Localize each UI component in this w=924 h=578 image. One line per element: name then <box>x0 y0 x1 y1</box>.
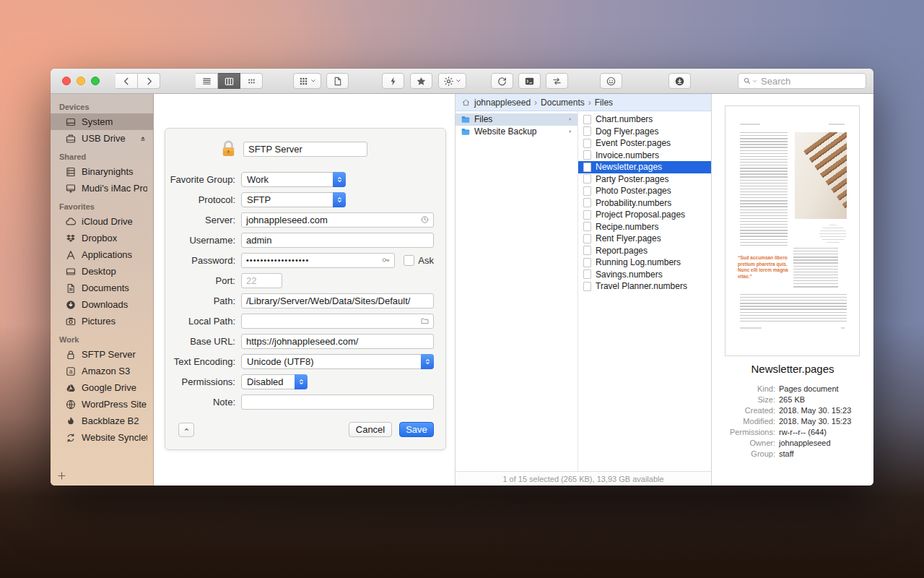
file-row[interactable]: Travel Planner.numbers <box>578 280 711 293</box>
add-favorite-button[interactable] <box>56 469 69 482</box>
sidebar-item[interactable]: Downloads <box>51 296 153 313</box>
file-row[interactable]: Savings.numbers <box>578 269 711 281</box>
file-row[interactable]: Report.pages <box>578 245 711 257</box>
collapse-button[interactable] <box>178 423 194 437</box>
file-manager-window: Devices SystemUSB Drive Shared Binarynig… <box>51 69 873 486</box>
sidebar-item[interactable]: WordPress Site <box>51 396 153 413</box>
sidebar-item[interactable]: Mudi's iMac Pro <box>51 180 153 197</box>
key-icon[interactable] <box>381 256 391 265</box>
home-icon[interactable] <box>461 98 471 107</box>
sidebar-item[interactable]: Amazon S3 <box>51 363 153 379</box>
favorite-group-select[interactable]: Work <box>241 172 346 187</box>
sidebar-item[interactable]: Backblaze B2 <box>51 413 153 429</box>
grid-menu-button[interactable] <box>293 73 321 89</box>
username-input[interactable] <box>241 233 434 248</box>
field-label: Password: <box>165 255 235 266</box>
transfer-arrows-button[interactable] <box>546 73 568 89</box>
folder-icon[interactable] <box>420 316 430 326</box>
file-row[interactable]: Project Proposal.pages <box>578 209 711 221</box>
breadcrumb-item[interactable]: johnappleseed <box>474 98 541 108</box>
file-icon <box>583 174 591 184</box>
port-input[interactable] <box>241 273 282 288</box>
eject-icon[interactable] <box>139 134 147 143</box>
file-icon <box>583 258 591 267</box>
quick-connect-bolt-icon <box>388 76 398 87</box>
sidebar-item[interactable]: iCloud Drive <box>51 213 153 230</box>
grid-menu-icon <box>298 76 309 87</box>
sidebar-item[interactable]: Desktop <box>51 263 153 280</box>
folder-row[interactable]: Website Backup <box>456 126 578 138</box>
back-chevron-button[interactable] <box>116 73 138 89</box>
metadata-value: johnappleseed <box>779 438 831 449</box>
folder-row[interactable]: Files <box>456 113 578 126</box>
sidebar-item-label: Downloads <box>82 299 128 310</box>
search-input[interactable] <box>759 75 861 87</box>
base-url-input[interactable] <box>241 334 434 349</box>
metadata-label: Kind: <box>712 384 775 394</box>
file-name: Travel Planner.numbers <box>596 281 707 291</box>
note-input[interactable] <box>241 394 434 410</box>
history-clock-icon[interactable] <box>420 215 430 225</box>
favorites-star-button[interactable] <box>410 73 432 89</box>
preview-pull-quote: “Sud accumsan libero pretium pharetra qu… <box>738 255 788 280</box>
file-row[interactable]: Recipe.numbers <box>578 221 711 233</box>
forward-chevron-button[interactable] <box>138 73 160 89</box>
text-encoding-select[interactable]: Unicode (UTF8) <box>241 354 434 369</box>
breadcrumb-item[interactable]: Documents <box>541 98 595 108</box>
quick-connect-bolt-button[interactable] <box>382 73 404 89</box>
file-row[interactable]: Dog Flyer.pages <box>578 126 711 138</box>
server-input[interactable] <box>241 212 434 228</box>
preview-photo <box>795 132 847 219</box>
file-row[interactable]: Invoice.numbers <box>578 150 711 162</box>
sidebar-item[interactable]: SFTP Server <box>51 346 153 363</box>
sidebar-item[interactable]: Applications <box>51 246 153 263</box>
sidebar-item[interactable]: Binarynights <box>51 163 153 180</box>
password-input[interactable] <box>241 253 395 268</box>
permissions-select[interactable]: Disabled <box>241 374 308 389</box>
sidebar-item[interactable]: Documents <box>51 280 153 296</box>
file-row[interactable]: Running Log.numbers <box>578 256 711 269</box>
new-file-button[interactable] <box>326 73 349 89</box>
sidebar-item[interactable]: Dropbox <box>51 230 153 246</box>
file-row[interactable]: Probability.numbers <box>578 197 711 210</box>
favorite-name-input[interactable] <box>243 142 367 157</box>
save-button[interactable]: Save <box>399 422 434 437</box>
protocol-select[interactable]: SFTP <box>241 192 346 207</box>
close-button[interactable] <box>62 77 71 85</box>
sidebar-item[interactable]: Pictures <box>51 313 153 329</box>
sidebar-section-title: Devices <box>51 97 153 113</box>
sidebar-item[interactable]: Google Drive <box>51 379 153 396</box>
sidebar-item-label: SFTP Server <box>82 349 136 360</box>
ask-checkbox[interactable] <box>404 255 414 266</box>
activity-download-button[interactable] <box>668 73 691 89</box>
documents-icon <box>65 282 77 294</box>
sync-refresh-button[interactable] <box>491 73 513 89</box>
actions-gear-button[interactable] <box>438 73 466 89</box>
sidebar-item[interactable]: Website Synclet <box>51 429 153 446</box>
form-row: Port: <box>165 270 445 290</box>
icon-view-button[interactable] <box>240 73 263 89</box>
form-row: Base URL: <box>165 331 445 351</box>
sidebar-section-title: Shared <box>51 147 153 163</box>
file-row[interactable]: Party Poster.pages <box>578 173 711 186</box>
breadcrumb-item[interactable]: Files <box>595 98 613 108</box>
file-row[interactable]: Photo Poster.pages <box>578 185 711 197</box>
feedback-smiley-button[interactable] <box>600 73 622 89</box>
remote-path-input[interactable] <box>241 293 434 309</box>
terminal-window-button[interactable] <box>518 73 541 89</box>
file-row[interactable]: Newsletter.pages <box>578 161 711 173</box>
file-row[interactable]: Event Poster.pages <box>578 137 711 150</box>
search-field[interactable] <box>738 73 866 89</box>
list-view-button[interactable] <box>196 73 218 89</box>
file-row[interactable]: Rent Flyer.pages <box>578 233 711 245</box>
file-row[interactable]: Chart.numbers <box>578 113 711 126</box>
zoom-button[interactable] <box>91 77 100 85</box>
cancel-button[interactable]: Cancel <box>349 422 392 437</box>
sidebar-item[interactable]: System <box>51 113 153 130</box>
local-path-input[interactable] <box>241 314 434 329</box>
file-icon <box>583 163 591 172</box>
sidebar-item[interactable]: USB Drive <box>51 130 153 147</box>
minimize-button[interactable] <box>77 77 85 85</box>
column-view-button[interactable] <box>218 73 240 89</box>
window-controls <box>62 77 100 85</box>
